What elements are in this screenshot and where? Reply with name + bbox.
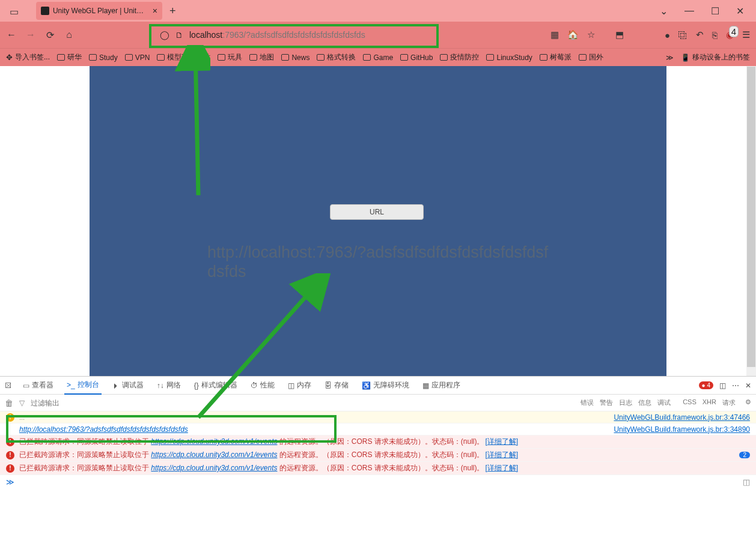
- learn-more-link[interactable]: [详细了解]: [485, 463, 518, 473]
- url-button[interactable]: URL: [330, 204, 424, 220]
- cors-link[interactable]: https://cdp.cloud.unity3d.com/v1/events: [151, 437, 277, 446]
- tab-network[interactable]: ↑↓ 网络: [154, 377, 183, 395]
- tab-accessibility[interactable]: ♿ 无障碍环境: [359, 377, 412, 395]
- reload-button[interactable]: ⟳: [44, 29, 55, 40]
- extensions-icon[interactable]: ⬒: [615, 29, 624, 40]
- cat-error[interactable]: 错误: [581, 398, 594, 407]
- inspect-icon[interactable]: ⮽: [5, 381, 12, 390]
- screenshot-icon[interactable]: ⿻: [678, 30, 687, 40]
- bookmark-folder[interactable]: Game: [363, 53, 393, 62]
- back-button[interactable]: ←: [6, 29, 17, 40]
- qr-icon[interactable]: ▦: [550, 29, 559, 40]
- bookmark-folder[interactable]: GitHub: [400, 53, 433, 62]
- vertical-scrollbar[interactable]: [746, 66, 756, 376]
- tab-memory[interactable]: ◫ 内存: [285, 377, 314, 395]
- account-icon[interactable]: ●: [665, 30, 670, 40]
- clip-icon[interactable]: ⎘: [712, 30, 718, 40]
- error-icon: !: [6, 464, 14, 473]
- clear-console-icon[interactable]: 🗑: [5, 398, 13, 408]
- tab-debugger[interactable]: ⏵ 调试器: [110, 377, 146, 395]
- cat-log[interactable]: 日志: [619, 398, 632, 407]
- error-icon: !: [6, 438, 14, 446]
- url-port: :7963: [222, 30, 243, 40]
- console-url-link[interactable]: http://localhost:7963/?adsfsdfsdfdsfdsfd…: [19, 425, 188, 434]
- bookmark-folder[interactable]: Study: [89, 53, 118, 62]
- bookmark-folder[interactable]: 格式转换: [317, 52, 356, 62]
- console-prompt-icon: ≫: [6, 478, 14, 487]
- console-message: 已拦截跨源请求：同源策略禁止读取位于 https://cdp.cloud.uni…: [19, 463, 484, 473]
- import-bookmarks[interactable]: ✥导入书签...: [6, 52, 50, 62]
- browser-navbar: ← → ⟳ ⌂ ◯ 🗋 localhost:7963/?adsfsdfsdfds…: [0, 22, 756, 48]
- ublock-icon[interactable]: ◉4: [726, 29, 734, 40]
- bm-label: Game: [373, 53, 393, 62]
- console-filter-input[interactable]: [31, 399, 151, 407]
- learn-more-link[interactable]: [详细了解]: [485, 450, 518, 460]
- shield-icon[interactable]: ◯: [160, 30, 169, 40]
- browser-tab[interactable]: Unity WebGL Player | UnityW ×: [36, 2, 162, 20]
- close-tab-icon[interactable]: ×: [153, 6, 157, 16]
- split-console-icon[interactable]: ◫: [743, 478, 750, 487]
- console-source-link[interactable]: UnityWebGLBuild.framework.js.br:3:47466: [614, 413, 750, 422]
- maximize-button[interactable]: ☐: [711, 5, 719, 17]
- settings-icon[interactable]: ⚙: [745, 398, 751, 407]
- learn-more-link[interactable]: [详细了解]: [485, 437, 518, 447]
- bookmark-folder[interactable]: 模型下载网站: [157, 52, 210, 62]
- tab-storage[interactable]: 🗄 存储: [322, 377, 351, 395]
- bookmark-folder[interactable]: LinuxStudy: [486, 53, 532, 62]
- mobile-bookmarks[interactable]: 📱移动设备上的书签: [681, 52, 750, 62]
- bm-label: 格式转换: [327, 52, 356, 62]
- error-count-badge[interactable]: ● 4: [699, 381, 713, 389]
- cat-xhr[interactable]: XHR: [703, 398, 716, 407]
- tab-application[interactable]: ▦ 应用程序: [420, 377, 463, 395]
- bookmarks-overflow-icon[interactable]: ≫: [666, 53, 674, 62]
- bm-label: 研华: [67, 52, 82, 62]
- address-bar[interactable]: ◯ 🗋 localhost:7963/?adsfsdfsdfdsfdsfdsfd…: [155, 26, 437, 44]
- minimize-button[interactable]: —: [684, 5, 694, 17]
- close-window-button[interactable]: ✕: [736, 5, 744, 17]
- sidebar-toggle-icon[interactable]: ▭: [10, 6, 19, 16]
- home-button[interactable]: ⌂: [64, 29, 75, 40]
- tab-label: 存储: [334, 380, 349, 390]
- lock-icon[interactable]: 🗋: [175, 31, 183, 40]
- unity-canvas[interactable]: URL http://localhost:7963/?adsfsdfsdfdsf…: [90, 66, 666, 376]
- tab-inspector[interactable]: ▭ 查看器: [20, 377, 56, 395]
- displayed-url-text: http://localhost:7963/?adsfsdfsdfdsfdsfd…: [207, 243, 550, 282]
- bookmark-folder[interactable]: 研华: [57, 52, 82, 62]
- cors-link[interactable]: https://cdp.cloud.unity3d.com/v1/events: [151, 464, 277, 472]
- console-message: ...: [19, 414, 25, 421]
- new-tab-button[interactable]: +: [169, 5, 176, 17]
- filter-icon[interactable]: ▽: [19, 399, 25, 407]
- cat-request[interactable]: 请求: [722, 398, 736, 407]
- repeat-count-badge: 2: [739, 452, 750, 458]
- tab-style-editor[interactable]: {} 样式编辑器: [192, 377, 240, 395]
- cat-warn[interactable]: 警告: [600, 398, 613, 407]
- console-row: ! 已拦截跨源请求：同源策略禁止读取位于 https://cdp.cloud.u…: [0, 449, 756, 462]
- console-input-row[interactable]: ≫ ◫: [0, 475, 756, 488]
- tabs-dropdown-icon[interactable]: ⌄: [660, 5, 668, 17]
- cat-css[interactable]: CSS: [683, 398, 697, 407]
- bookmark-folder[interactable]: 玩具: [218, 52, 242, 62]
- tab-title: Unity WebGL Player | UnityW: [53, 7, 147, 15]
- dock-icon[interactable]: ◫: [719, 381, 726, 390]
- home-ext-icon[interactable]: 🏠: [567, 29, 579, 40]
- forward-button[interactable]: →: [25, 29, 36, 40]
- bookmark-star-icon[interactable]: ☆: [587, 29, 595, 40]
- menu-button[interactable]: ☰: [742, 29, 750, 40]
- bookmark-folder[interactable]: VPN: [125, 53, 150, 62]
- tab-console[interactable]: >_ 控制台: [64, 377, 102, 395]
- bookmark-folder[interactable]: 国外: [579, 52, 603, 62]
- undo-icon[interactable]: ↶: [696, 29, 704, 40]
- bookmark-folder[interactable]: 疫情防控: [440, 52, 479, 62]
- cat-info[interactable]: 信息: [638, 398, 651, 407]
- cat-debug[interactable]: 调试: [657, 398, 671, 407]
- devtools-more-icon[interactable]: ⋯: [732, 381, 739, 390]
- bookmark-folder[interactable]: 树莓派: [540, 52, 572, 62]
- scrollbar-thumb[interactable]: [747, 67, 755, 367]
- devtools-close-icon[interactable]: ✕: [745, 381, 751, 390]
- bookmark-folder[interactable]: News: [281, 53, 309, 62]
- tab-performance[interactable]: ⏱ 性能: [248, 377, 277, 395]
- mobile-bm-label: 移动设备上的书签: [692, 52, 750, 62]
- cors-link[interactable]: https://cdp.cloud.unity3d.com/v1/events: [151, 450, 277, 459]
- bookmark-folder[interactable]: 地图: [249, 52, 274, 62]
- console-source-link[interactable]: UnityWebGLBuild.framework.js.br:3:34890: [614, 425, 750, 434]
